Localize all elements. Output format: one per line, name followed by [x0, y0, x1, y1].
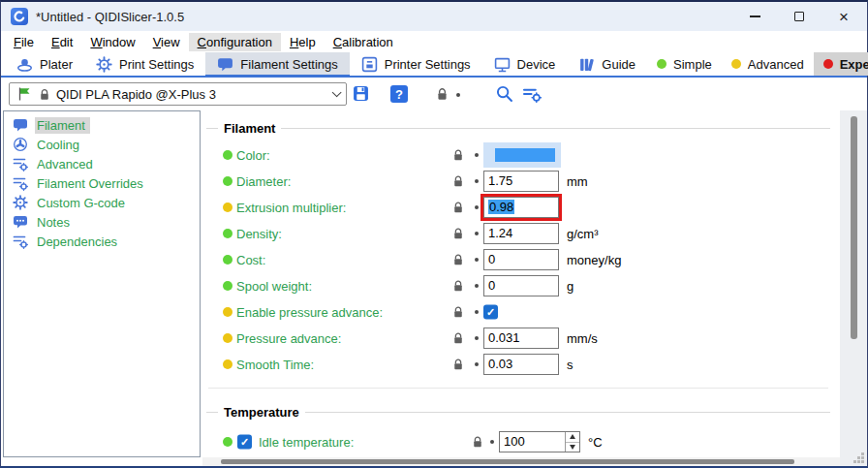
preset-name: QIDI PLA Rapido @X-Plus 3 [56, 87, 216, 102]
mode-label: Expert [840, 57, 868, 72]
list-gear-icon [13, 234, 28, 249]
arrow-down-icon [570, 445, 575, 450]
horizontal-scrollbar-thumb[interactable] [221, 459, 794, 464]
tab-label: Printer Settings [385, 57, 471, 72]
idle-temperature-input[interactable]: 100 [499, 431, 580, 452]
horizontal-scrollbar[interactable] [202, 457, 840, 466]
mode-simple[interactable]: Simple [647, 52, 722, 76]
enable-pressure-advance-checkbox[interactable] [483, 305, 498, 320]
settings-panel: Filament Color: Diameter: 1.75 mm Extrus… [202, 110, 840, 457]
menu-edit[interactable]: Edit [43, 33, 81, 51]
maximize-icon [794, 12, 804, 21]
sidebar-item-label: Notes [35, 214, 75, 231]
sidebar-item-custom-gcode[interactable]: Custom G-code [4, 193, 200, 212]
search-options-button[interactable] [522, 86, 542, 103]
tab-label: Print Settings [119, 57, 194, 72]
option-row-pressure-advance: Pressure advance: 0.031 mm/s [202, 328, 840, 349]
spin-down-button[interactable] [566, 443, 579, 452]
option-state-dot [223, 229, 232, 238]
close-icon: × [839, 9, 849, 25]
bullet-dot [475, 284, 479, 288]
lock-all-button[interactable] [436, 87, 449, 101]
lock-icon[interactable] [452, 175, 464, 188]
bullet-dot [475, 205, 479, 209]
sidebar-item-label: Filament [35, 117, 90, 134]
save-preset-button[interactable] [353, 85, 369, 102]
diameter-input[interactable]: 1.75 [483, 171, 559, 192]
settings-category-list: Filament Cooling Advanced Filament Overr… [3, 110, 201, 457]
color-picker[interactable] [483, 142, 561, 168]
sidebar-item-dependencies[interactable]: Dependencies [4, 232, 200, 251]
tab-guide[interactable]: Guide [567, 52, 647, 76]
lock-icon[interactable] [452, 149, 464, 162]
preset-combobox[interactable]: QIDI PLA Rapido @X-Plus 3 [9, 82, 347, 106]
tab-filament-settings[interactable]: Filament Settings [205, 52, 349, 76]
unit-label: mm [567, 174, 588, 189]
lock-icon[interactable] [452, 202, 464, 214]
sidebar-item-label: Advanced [35, 156, 98, 172]
lock-icon[interactable] [452, 332, 464, 345]
option-label: Spool weight: [236, 279, 312, 294]
option-state-dot [223, 203, 232, 212]
option-state-dot [223, 437, 232, 447]
main-tab-bar: Plater Print Settings Filament Settings … [1, 52, 867, 78]
vertical-scrollbar[interactable] [840, 110, 867, 466]
density-input[interactable]: 1.24 [483, 223, 559, 244]
help-icon: ? [395, 87, 403, 102]
tab-printer-settings[interactable]: Printer Settings [350, 52, 482, 76]
option-row-extrusion-multiplier: Extrusion multiplier: 0.98 [202, 197, 840, 218]
tab-plater[interactable]: Plater [5, 52, 84, 76]
tab-label: Device [517, 57, 556, 72]
option-label: Extrusion multiplier: [236, 201, 346, 215]
flag-icon [17, 86, 33, 102]
lock-icon[interactable] [452, 359, 464, 371]
search-button[interactable] [496, 85, 512, 102]
lock-icon[interactable] [452, 254, 464, 266]
unit-label: g [567, 279, 574, 294]
sidebar-item-label: Custom G-code [35, 195, 130, 211]
menu-window[interactable]: Window [81, 33, 143, 51]
minimize-icon [750, 16, 760, 17]
lock-icon[interactable] [452, 228, 464, 240]
divider [281, 128, 830, 129]
tab-print-settings[interactable]: Print Settings [84, 52, 205, 76]
cost-input[interactable]: 0 [483, 249, 559, 270]
option-row-idle-temperature: Idle temperature: 100 °C [202, 431, 840, 452]
spin-up-button[interactable] [566, 432, 579, 443]
option-label: Density: [236, 227, 282, 241]
minimize-button[interactable] [732, 2, 777, 31]
vertical-scrollbar-thumb[interactable] [851, 116, 857, 339]
lock-icon[interactable] [452, 280, 464, 293]
sidebar-item-notes[interactable]: Notes [4, 212, 200, 232]
tab-label: Filament Settings [240, 57, 337, 72]
spool-weight-input[interactable]: 0 [483, 275, 559, 296]
smooth-time-input[interactable]: 0.03 [483, 354, 559, 375]
mode-expert[interactable]: Expert [814, 52, 868, 76]
extrusion-multiplier-input[interactable]: 0.98 [483, 197, 559, 218]
menu-calibration[interactable]: Calibration [325, 33, 402, 51]
mode-advanced[interactable]: Advanced [722, 52, 814, 76]
idle-temperature-checkbox[interactable] [237, 435, 252, 450]
close-button[interactable]: × [822, 2, 866, 31]
option-label: Cost: [236, 253, 265, 267]
menu-configuration[interactable]: Configuration [189, 33, 281, 51]
menu-help[interactable]: Help [281, 33, 325, 51]
sidebar-item-advanced[interactable]: Advanced [4, 154, 200, 173]
menu-view[interactable]: View [144, 33, 189, 51]
lock-icon[interactable] [472, 436, 483, 449]
section-header-temperature: Temperature [206, 404, 830, 420]
sidebar-item-filament[interactable]: Filament [4, 115, 200, 135]
option-label: Diameter: [236, 174, 291, 189]
option-label: Idle temperature: [259, 435, 354, 450]
help-button[interactable]: ? [390, 85, 408, 103]
maximize-button[interactable] [777, 2, 822, 31]
lock-icon[interactable] [452, 306, 464, 319]
menu-file[interactable]: File [5, 33, 43, 51]
list-gear-icon [13, 175, 28, 191]
resize-grip-icon[interactable] [861, 460, 864, 463]
pressure-advance-input[interactable]: 0.031 [483, 328, 559, 349]
tab-device[interactable]: Device [482, 52, 568, 76]
arrow-up-icon [570, 434, 575, 439]
sidebar-item-cooling[interactable]: Cooling [4, 135, 200, 154]
sidebar-item-filament-overrides[interactable]: Filament Overrides [4, 173, 200, 193]
